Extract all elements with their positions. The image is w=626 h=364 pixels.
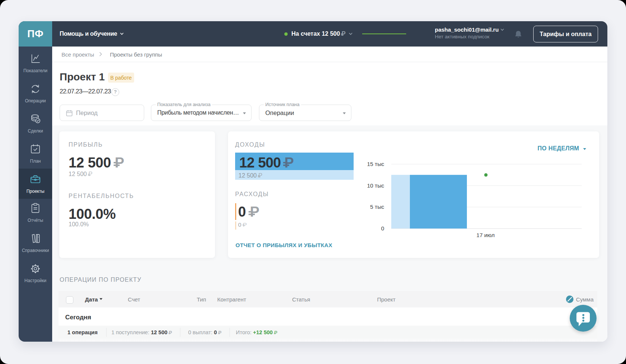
svg-text:0: 0 [381, 225, 384, 232]
svg-text:5 тыс: 5 тыс [370, 204, 384, 210]
svg-text:10 тыс: 10 тыс [367, 182, 385, 189]
svg-text:15 тыс: 15 тыс [367, 161, 385, 167]
svg-text:17 июл: 17 июл [477, 232, 495, 238]
